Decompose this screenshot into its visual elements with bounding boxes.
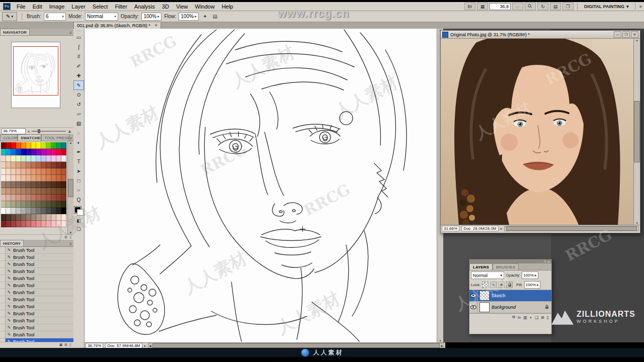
history-step[interactable]: ✎Brush Tool bbox=[0, 261, 73, 268]
color-swatch[interactable] bbox=[46, 195, 51, 201]
color-swatch[interactable] bbox=[16, 221, 21, 227]
history-source-column[interactable] bbox=[0, 254, 6, 260]
color-swatch[interactable] bbox=[61, 162, 66, 168]
color-swatch[interactable] bbox=[41, 221, 46, 227]
color-swatch[interactable] bbox=[26, 214, 31, 221]
color-swatch[interactable] bbox=[21, 182, 26, 188]
color-swatch[interactable] bbox=[26, 208, 31, 214]
color-swatch[interactable] bbox=[46, 201, 51, 208]
menu-window[interactable]: Window bbox=[192, 2, 218, 11]
color-swatch[interactable] bbox=[1, 168, 6, 175]
color-swatch[interactable] bbox=[51, 155, 56, 162]
screen-mode-icon[interactable]: ❐ bbox=[562, 3, 574, 10]
new-snapshot-icon[interactable]: ⊞ bbox=[64, 343, 67, 347]
shape-tool[interactable]: □ bbox=[73, 176, 84, 186]
navigator-view-box[interactable] bbox=[13, 46, 58, 96]
menu-filter[interactable]: Filter bbox=[111, 2, 130, 11]
layer-thumbnail[interactable] bbox=[479, 302, 490, 312]
swatches-scrollbar[interactable]: ▲ ▼ bbox=[67, 141, 73, 234]
color-swatch[interactable] bbox=[56, 188, 61, 195]
color-swatch[interactable] bbox=[51, 168, 56, 175]
color-swatch[interactable] bbox=[31, 155, 36, 162]
color-swatch[interactable] bbox=[26, 188, 31, 195]
trash-icon[interactable]: ▯ bbox=[69, 343, 71, 347]
panel-menu-icon[interactable]: ≡ bbox=[69, 136, 72, 141]
history-source-column[interactable] bbox=[0, 296, 6, 303]
layer-row-background[interactable]: Background bbox=[469, 302, 551, 313]
spinner-icon[interactable]: ▸ bbox=[195, 14, 197, 19]
menu-select[interactable]: Select bbox=[89, 2, 112, 11]
color-swatch[interactable] bbox=[31, 221, 36, 227]
color-swatch[interactable] bbox=[56, 214, 61, 221]
screen-mode-icon[interactable]: ▢ bbox=[73, 225, 84, 233]
color-swatch[interactable] bbox=[41, 149, 46, 155]
color-swatch[interactable] bbox=[6, 195, 11, 201]
tab-color[interactable]: COLOR bbox=[0, 134, 18, 141]
color-swatch[interactable] bbox=[21, 142, 26, 149]
color-swatch[interactable] bbox=[26, 175, 31, 182]
history-source-column[interactable] bbox=[0, 268, 6, 275]
color-swatch[interactable] bbox=[11, 208, 16, 214]
color-swatch[interactable] bbox=[26, 149, 31, 155]
rectangular-marquee-tool[interactable]: ▭ bbox=[73, 33, 84, 42]
color-swatch[interactable] bbox=[1, 182, 6, 188]
color-swatch[interactable] bbox=[11, 162, 16, 168]
history-step[interactable]: ✎Brush Tool bbox=[0, 289, 73, 296]
scrollbar-thumb[interactable] bbox=[152, 343, 440, 348]
color-swatch[interactable] bbox=[41, 208, 46, 214]
color-swatch[interactable] bbox=[36, 168, 41, 175]
color-swatch[interactable] bbox=[41, 182, 46, 188]
color-swatch[interactable] bbox=[61, 214, 66, 221]
color-swatch[interactable] bbox=[56, 208, 61, 214]
color-swatch[interactable] bbox=[16, 162, 21, 168]
color-swatch[interactable] bbox=[11, 221, 16, 227]
type-tool[interactable]: T bbox=[73, 157, 84, 166]
overflow-icon[interactable]: » bbox=[639, 4, 642, 9]
spinner-icon[interactable]: ▸ bbox=[157, 14, 159, 19]
color-swatch[interactable] bbox=[11, 155, 16, 162]
history-step[interactable]: ✎Brush Tool bbox=[0, 324, 73, 331]
navigator-thumbnail[interactable] bbox=[11, 42, 60, 108]
airbrush-toggle-icon[interactable]: ✦ bbox=[201, 13, 208, 20]
color-swatch[interactable] bbox=[16, 182, 21, 188]
healing-brush-tool[interactable]: ✚ bbox=[73, 71, 84, 80]
close-icon[interactable]: ✕ bbox=[154, 23, 158, 28]
color-swatch[interactable] bbox=[46, 208, 51, 214]
quick-mask-icon[interactable]: ◧ bbox=[73, 217, 84, 225]
color-swatch[interactable] bbox=[1, 208, 6, 214]
new-layer-icon[interactable]: ⊞ bbox=[541, 315, 544, 320]
color-swatch[interactable] bbox=[31, 195, 36, 201]
color-swatch[interactable] bbox=[1, 162, 6, 168]
color-swatch[interactable] bbox=[36, 162, 41, 168]
history-step[interactable]: ✎Brush Tool bbox=[0, 247, 73, 254]
visibility-eye-icon[interactable] bbox=[469, 290, 477, 301]
photo-vertical-scrollbar[interactable]: ▲ ▼ bbox=[633, 39, 640, 225]
color-swatch[interactable] bbox=[6, 201, 11, 208]
clone-stamp-tool[interactable]: ⊙ bbox=[73, 90, 84, 100]
close-icon[interactable]: ✕ bbox=[547, 260, 550, 263]
color-swatch[interactable] bbox=[21, 155, 26, 162]
flow-field[interactable]: 100% ▸ bbox=[179, 13, 199, 21]
scrollbar-thumb[interactable] bbox=[634, 101, 640, 162]
layer-name[interactable]: Background bbox=[492, 305, 516, 310]
color-swatch[interactable] bbox=[56, 155, 61, 162]
color-swatch[interactable] bbox=[6, 168, 11, 175]
color-swatch[interactable] bbox=[26, 168, 31, 175]
gradient-tool[interactable]: ▧ bbox=[73, 119, 84, 128]
history-brush-tool[interactable]: ↺ bbox=[73, 100, 84, 109]
color-swatch[interactable] bbox=[56, 142, 61, 149]
tool-preset-picker[interactable]: ✎ ▾ bbox=[2, 12, 17, 21]
color-chips[interactable] bbox=[74, 207, 84, 216]
photo-window[interactable]: Original Photo.jpg @ 31.7% (RGB/8#) * — … bbox=[440, 30, 640, 233]
status-options-icon[interactable]: ▸ bbox=[144, 344, 146, 348]
document-tab[interactable]: 001.psd @ 36.8% (Sketch, RGB/8) * ✕ bbox=[73, 22, 161, 29]
color-swatch[interactable] bbox=[26, 142, 31, 149]
visibility-eye-icon[interactable] bbox=[469, 302, 477, 313]
color-swatch[interactable] bbox=[46, 175, 51, 182]
crop-tool[interactable]: # bbox=[73, 52, 84, 61]
color-swatch[interactable] bbox=[26, 155, 31, 162]
color-swatch[interactable] bbox=[46, 149, 51, 155]
history-source-column[interactable] bbox=[0, 247, 6, 253]
color-swatch[interactable] bbox=[26, 195, 31, 201]
history-source-column[interactable] bbox=[0, 275, 6, 282]
